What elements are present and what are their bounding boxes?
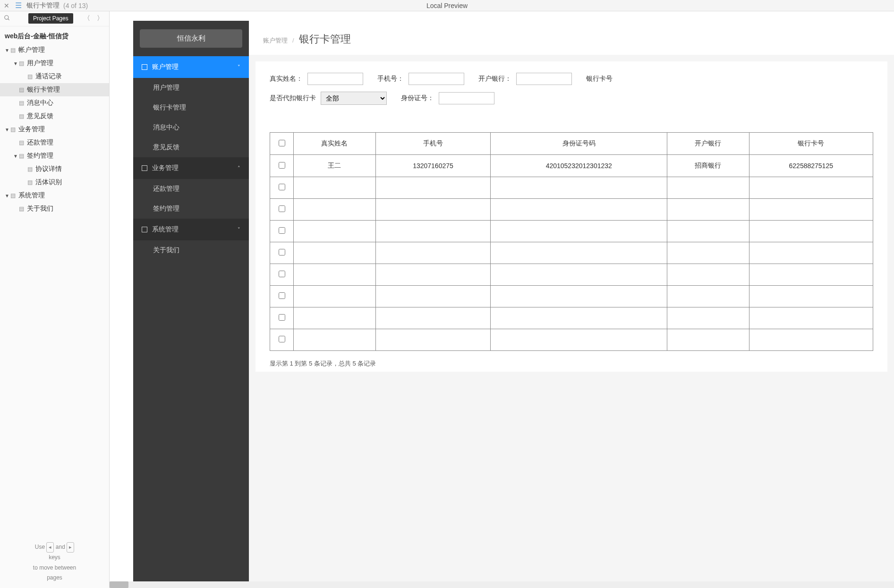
label-card-no: 银行卡号: [586, 75, 613, 83]
menu-item[interactable]: 用户管理: [133, 78, 249, 98]
cell-id: [491, 329, 667, 351]
tree-node-label: 意见反馈: [27, 112, 53, 120]
row-checkbox[interactable]: [279, 162, 285, 169]
close-icon[interactable]: ✕: [4, 2, 9, 9]
cell-bank: [667, 242, 749, 264]
page-icon: ▤: [19, 113, 24, 119]
row-checkbox[interactable]: [279, 249, 285, 256]
page-icon: ▤: [19, 205, 24, 212]
menu-item[interactable]: 关于我们: [133, 240, 249, 260]
menu-item[interactable]: 还款管理: [133, 179, 249, 199]
project-pages-tooltip: Project Pages: [28, 13, 73, 24]
menu-head[interactable]: 业务管理˄: [133, 157, 249, 179]
tree-node-label: 业务管理: [18, 125, 45, 134]
tree-node[interactable]: ▤消息中心: [0, 96, 109, 110]
page-title: 银行卡管理: [299, 32, 351, 46]
menu-head[interactable]: 系统管理˅: [133, 219, 249, 240]
row-checkbox[interactable]: [279, 292, 285, 299]
tree-node[interactable]: ▼▤签约管理: [0, 149, 109, 162]
horizontal-scrollbar[interactable]: [110, 581, 894, 588]
cell-bank: 招商银行: [667, 155, 749, 177]
cell-name: [294, 199, 376, 221]
page-icon: ▤: [27, 73, 33, 80]
menu-icon[interactable]: ☰: [15, 1, 22, 10]
caret-icon: ▼: [12, 153, 19, 159]
cell-name: 王二: [294, 155, 376, 177]
page-icon: ▤: [19, 60, 24, 67]
cell-name: [294, 264, 376, 286]
cell-card: [749, 329, 873, 351]
tree-node[interactable]: ▤意见反馈: [0, 110, 109, 123]
tree-node-label: 通话记录: [35, 72, 62, 81]
row-checkbox[interactable]: [279, 314, 285, 321]
tree-node[interactable]: ▤关于我们: [0, 202, 109, 215]
tree-node-label: 关于我们: [27, 205, 53, 213]
cell-card: 622588275125: [749, 155, 873, 177]
tree-node[interactable]: ▤协议详情: [0, 162, 109, 176]
th-id: 身份证号码: [491, 133, 667, 155]
tree-node-label: 协议详情: [35, 165, 62, 173]
cell-card: [749, 264, 873, 286]
tree-node[interactable]: ▤通话记录: [0, 70, 109, 83]
search-icon[interactable]: [4, 15, 10, 23]
tree-node[interactable]: ▼▤用户管理: [0, 57, 109, 70]
cell-id: [491, 199, 667, 221]
cell-phone: [375, 286, 491, 307]
page-icon: ▤: [10, 192, 16, 199]
label-id-no: 身份证号：: [401, 94, 434, 102]
table-row: [270, 177, 873, 199]
select-is-proxy[interactable]: 全部: [321, 92, 387, 105]
menu-item[interactable]: 银行卡管理: [133, 98, 249, 118]
cell-phone: [375, 177, 491, 199]
th-phone: 手机号: [375, 133, 491, 155]
tree-node[interactable]: ▼▤帐户管理: [0, 43, 109, 57]
tree-node[interactable]: ▤银行卡管理: [0, 83, 109, 96]
table-row: [270, 264, 873, 286]
tree-node[interactable]: ▤还款管理: [0, 136, 109, 149]
tree-node-label: 银行卡管理: [27, 85, 60, 94]
input-id-no[interactable]: [439, 92, 494, 104]
cell-bank: [667, 307, 749, 329]
page-icon: ▤: [19, 153, 24, 159]
label-bank: 开户银行：: [478, 75, 511, 83]
tree-node-label: 用户管理: [27, 59, 53, 68]
tree-node[interactable]: ▼▤系统管理: [0, 189, 109, 202]
caret-icon: ▼: [12, 61, 19, 66]
cell-name: [294, 177, 376, 199]
row-checkbox[interactable]: [279, 336, 285, 342]
chevron-down-icon: ˅: [238, 227, 240, 233]
cell-id: [491, 286, 667, 307]
input-real-name[interactable]: [307, 73, 363, 85]
prev-page-arrow[interactable]: 〈: [82, 13, 92, 24]
cell-bank: [667, 221, 749, 242]
table-wrap: 真实姓名 手机号 身份证号码 开户银行 银行卡号 王二1320716027542…: [255, 123, 887, 356]
page-icon: ▤: [19, 86, 24, 93]
page-icon: ▤: [27, 179, 33, 186]
row-checkbox[interactable]: [279, 205, 285, 212]
project-tree: web后台-金融-恒信贷 ▼▤帐户管理▼▤用户管理▤通话记录▤银行卡管理▤消息中…: [0, 26, 109, 537]
cell-card: [749, 177, 873, 199]
brand-button[interactable]: 恒信永利: [140, 29, 242, 48]
menu-head-label: 系统管理: [152, 225, 179, 234]
tree-node[interactable]: ▼▤业务管理: [0, 123, 109, 136]
cell-bank: [667, 177, 749, 199]
row-checkbox[interactable]: [279, 184, 285, 190]
tree-node[interactable]: ▤活体识别: [0, 176, 109, 189]
row-checkbox[interactable]: [279, 227, 285, 234]
menu-item[interactable]: 消息中心: [133, 118, 249, 137]
input-bank[interactable]: [516, 73, 572, 85]
next-page-arrow[interactable]: 〉: [95, 13, 105, 24]
cell-name: [294, 242, 376, 264]
topbar: ✕ ☰ 银行卡管理 (4 of 13) Local Preview: [0, 0, 894, 11]
filter-bar: 真实姓名： 手机号： 开户银行： 银行卡号: [255, 61, 887, 123]
page-counter: (4 of 13): [63, 2, 88, 9]
cell-phone: [375, 329, 491, 351]
input-phone[interactable]: [409, 73, 464, 85]
square-icon: [142, 64, 147, 70]
menu-head[interactable]: 账户管理˅: [133, 56, 249, 78]
row-checkbox[interactable]: [279, 271, 285, 277]
breadcrumb-parent[interactable]: 账户管理: [263, 36, 288, 45]
checkbox-all[interactable]: [279, 140, 285, 146]
menu-item[interactable]: 签约管理: [133, 199, 249, 219]
menu-item[interactable]: 意见反馈: [133, 137, 249, 157]
